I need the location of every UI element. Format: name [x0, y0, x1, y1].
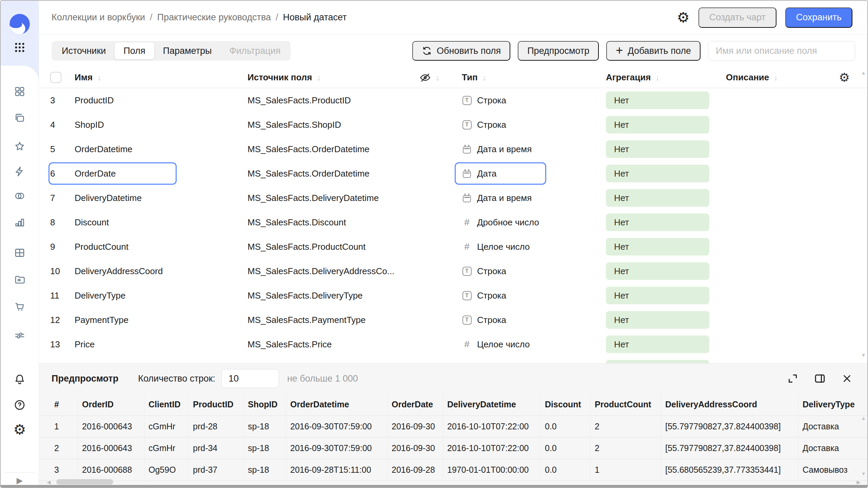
column-header-source[interactable]: Источник поля [248, 72, 312, 83]
field-aggregation-cell[interactable]: Нет [606, 165, 726, 182]
select-all-checkbox[interactable] [50, 72, 61, 83]
field-source-cell[interactable]: MS_SalesFacts.ProductCount [248, 242, 419, 252]
sort-icon[interactable] [317, 73, 321, 82]
breadcrumb-item[interactable]: Практические руководства [157, 12, 271, 23]
field-row[interactable]: 5 OrderDatetime MS_SalesFacts.OrderDatet… [39, 137, 868, 161]
field-name-cell[interactable]: DeliveryDatetime [75, 193, 248, 203]
tab-Поля[interactable]: Поля [115, 42, 154, 59]
column-header-name[interactable]: Имя [75, 72, 93, 83]
field-source-cell[interactable]: MS_SalesFacts.ProductID [248, 95, 419, 106]
field-aggregation-cell[interactable]: Нет [606, 116, 726, 134]
field-source-cell[interactable]: MS_SalesFacts.OrderDatetime [248, 144, 419, 155]
field-aggregation-cell[interactable]: Нет [606, 214, 726, 231]
scroll-right-arrow[interactable]: ▶ [856, 479, 861, 485]
field-aggregation-cell[interactable]: Нет [606, 189, 726, 207]
scroll-down-arrow[interactable]: ▼ [861, 352, 866, 358]
field-aggregation-cell[interactable]: Нет [606, 92, 726, 109]
field-aggregation-cell[interactable]: Нет [606, 336, 726, 353]
scroll-down-arrow[interactable]: ▼ [861, 471, 866, 476]
field-name-cell[interactable]: ProductID [75, 95, 248, 106]
field-row[interactable]: 3 ProductID MS_SalesFacts.ProductID T Ст… [39, 88, 868, 113]
aggregation-pill[interactable]: Нет [606, 287, 709, 304]
field-aggregation-cell[interactable]: Нет [606, 311, 726, 329]
field-aggregation-cell[interactable]: Нет [606, 140, 726, 158]
row-count-input[interactable] [221, 369, 279, 388]
sidebar-expand-button[interactable]: ▶ [1, 476, 39, 485]
column-header-type[interactable]: Тип [462, 72, 478, 83]
aggregation-pill[interactable]: Нет [606, 116, 709, 134]
sidebar-item-services[interactable] [14, 329, 26, 342]
table-settings-gear-icon[interactable]: ⚙ [839, 72, 850, 84]
refresh-fields-button[interactable]: Обновить поля [412, 41, 510, 61]
field-source-cell[interactable]: MS_SalesFacts.DeliveryAddressCo... [248, 266, 419, 277]
sidebar-item-datasets[interactable] [14, 190, 26, 202]
settings-gear-icon[interactable]: ⚙ [14, 424, 26, 436]
field-source-cell[interactable]: MS_SalesFacts.Price [248, 339, 419, 350]
help-icon[interactable] [14, 399, 26, 411]
field-source-cell[interactable]: MS_SalesFacts.PaymentType [248, 315, 419, 325]
visibility-eye-off-icon[interactable] [419, 72, 431, 83]
field-name-cell[interactable]: OrderDatetime [75, 144, 248, 155]
aggregation-pill[interactable]: Нет [606, 262, 709, 280]
field-type-cell[interactable]: Дата и время [462, 144, 606, 155]
tab-Параметры[interactable]: Параметры [154, 42, 221, 59]
scrollbar-thumb[interactable] [56, 479, 113, 485]
field-row[interactable]: 4 ShopID MS_SalesFacts.ShopID T Строка Н… [39, 113, 868, 137]
field-name-cell[interactable]: DeliveryType [75, 290, 248, 301]
sort-icon[interactable] [436, 73, 440, 82]
aggregation-pill[interactable]: Нет [606, 165, 709, 182]
sidebar-item-connections[interactable] [14, 165, 26, 178]
split-panel-icon[interactable] [813, 372, 827, 385]
scroll-up-arrow[interactable]: ▲ [861, 70, 866, 76]
sidebar-item-navigation[interactable] [14, 85, 26, 98]
preview-toggle-button[interactable]: Предпросмотр [518, 41, 599, 61]
close-icon[interactable] [840, 372, 854, 385]
sidebar-item-collections[interactable] [14, 112, 26, 124]
field-name-cell[interactable]: PaymentType [75, 315, 248, 325]
field-type-cell[interactable]: # Целое число [462, 339, 606, 350]
field-row[interactable]: 12 PaymentType MS_SalesFacts.PaymentType… [39, 308, 868, 332]
field-search-input[interactable] [708, 41, 855, 61]
save-button[interactable]: Сохранить [785, 7, 852, 28]
field-aggregation-cell[interactable]: Нет [606, 238, 726, 256]
create-chart-button[interactable]: Создать чарт [698, 7, 776, 28]
field-type-cell[interactable]: Дата [462, 168, 606, 179]
dataset-settings-gear-icon[interactable]: ⚙ [677, 11, 690, 25]
scroll-left-arrow[interactable]: ◀ [47, 479, 51, 485]
sidebar-item-favorites[interactable] [14, 140, 26, 152]
field-source-cell[interactable]: MS_SalesFacts.DeliveryDatetime [248, 193, 419, 203]
breadcrumb-item[interactable]: Коллекции и воркбуки [52, 12, 145, 23]
field-source-cell[interactable]: MS_SalesFacts.OrderDatetime [248, 168, 419, 179]
field-row[interactable]: 10 DeliveryAddressCoord MS_SalesFacts.De… [39, 259, 868, 283]
field-type-cell[interactable]: # Дробное число [462, 217, 606, 228]
column-header-description[interactable]: Описание [726, 72, 769, 83]
field-name-cell[interactable]: Price [75, 339, 248, 350]
field-row[interactable]: 7 DeliveryDatetime MS_SalesFacts.Deliver… [39, 186, 868, 210]
field-name-cell[interactable]: DeliveryAddressCoord [75, 266, 248, 277]
field-source-cell[interactable]: MS_SalesFacts.Discount [248, 217, 419, 228]
field-type-cell[interactable]: T Строка [462, 290, 606, 301]
field-type-cell[interactable]: T Строка [462, 120, 606, 130]
aggregation-pill[interactable]: Нет [606, 189, 709, 207]
field-name-cell[interactable]: Discount [75, 217, 248, 228]
field-type-cell[interactable]: Дата и время [462, 193, 606, 203]
field-source-cell[interactable]: MS_SalesFacts.DeliveryType [248, 290, 419, 301]
sidebar-item-marketplace[interactable] [14, 300, 26, 312]
sort-icon[interactable] [97, 73, 101, 82]
scroll-up-arrow[interactable]: ▲ [861, 415, 866, 421]
field-name-cell[interactable]: OrderDate [75, 168, 248, 179]
sidebar-item-dashboards[interactable] [14, 247, 26, 259]
add-field-button[interactable]: + Добавить поле [606, 41, 701, 61]
aggregation-pill[interactable]: Нет [606, 311, 709, 329]
sidebar-item-storage[interactable] [14, 273, 26, 285]
sidebar-item-charts[interactable] [14, 216, 26, 228]
notifications-bell-icon[interactable] [14, 373, 26, 385]
field-aggregation-cell[interactable]: Нет [606, 287, 726, 304]
field-type-cell[interactable]: T Строка [462, 95, 606, 106]
aggregation-pill[interactable]: Нет [606, 140, 709, 158]
field-row[interactable]: 11 DeliveryType MS_SalesFacts.DeliveryTy… [39, 283, 868, 308]
tab-Источники[interactable]: Источники [53, 42, 115, 59]
apps-grid-icon[interactable] [14, 41, 26, 55]
field-row[interactable]: 6 OrderDate MS_SalesFacts.OrderDatetime … [39, 161, 868, 186]
field-source-cell[interactable]: MS_SalesFacts.ShopID [248, 120, 419, 130]
